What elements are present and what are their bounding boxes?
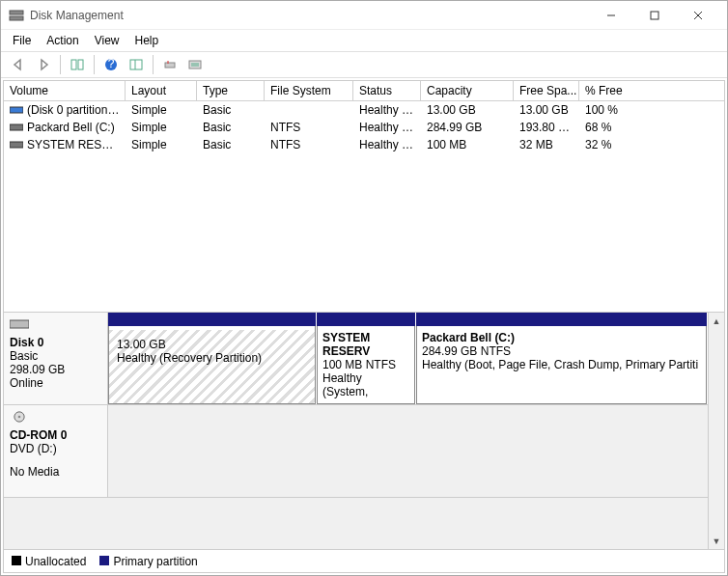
disk-info: Disk 0 Basic 298.09 GB Online <box>4 313 108 404</box>
back-button[interactable] <box>7 54 30 75</box>
table-row[interactable]: SYSTEM RESERVEDSimpleBasicNTFSHealthy (S… <box>4 136 724 153</box>
menubar: File Action View Help <box>1 30 727 51</box>
col-volume[interactable]: Volume <box>4 81 126 100</box>
svg-rect-0 <box>10 11 23 14</box>
partition-size: 13.00 GB <box>117 338 307 351</box>
properties-icon[interactable] <box>183 54 207 75</box>
disk-icon <box>10 318 29 330</box>
volume-icon <box>10 104 23 114</box>
svg-rect-10 <box>130 60 142 69</box>
maximize-button[interactable] <box>632 2 676 29</box>
col-layout[interactable]: Layout <box>126 81 197 100</box>
partition-desc: Healthy (Boot, Page File, Crash Dump, Pr… <box>422 358 701 371</box>
legend-unallocated: Unallocated <box>12 555 86 568</box>
volume-icon <box>10 122 23 131</box>
toolbar: ? <box>1 51 727 78</box>
table-row[interactable]: (Disk 0 partition 1)SimpleBasicHealthy (… <box>4 101 724 119</box>
table-row[interactable]: Packard Bell (C:)SimpleBasicNTFSHealthy … <box>4 119 724 136</box>
table-header: Volume Layout Type File System Status Ca… <box>4 81 724 101</box>
toolbar-list-icon[interactable] <box>125 54 148 75</box>
svg-rect-19 <box>10 320 29 328</box>
table-body[interactable]: (Disk 0 partition 1)SimpleBasicHealthy (… <box>4 101 724 312</box>
svg-rect-7 <box>78 60 83 69</box>
disk-state: Online <box>10 376 101 390</box>
col-status[interactable]: Status <box>353 81 421 100</box>
app-icon <box>9 8 24 23</box>
window-title: Disk Management <box>30 9 589 22</box>
svg-rect-18 <box>10 142 23 148</box>
col-type[interactable]: Type <box>197 81 265 100</box>
col-filesystem[interactable]: File System <box>265 81 353 100</box>
refresh-icon[interactable] <box>158 54 182 75</box>
minimize-button[interactable] <box>589 2 632 29</box>
legend-primary: Primary partition <box>99 555 197 568</box>
partition-sub: 100 MB NTFS <box>322 358 409 371</box>
disk-label: Disk 0 <box>10 336 43 349</box>
col-capacity[interactable]: Capacity <box>421 81 514 100</box>
legend: Unallocated Primary partition <box>4 549 724 572</box>
col-free[interactable]: Free Spa... <box>514 81 579 100</box>
volume-icon <box>10 139 23 149</box>
disk-type: Basic <box>10 349 101 363</box>
partition-name: SYSTEM RESERV <box>322 331 409 358</box>
disk-size: 298.09 GB <box>10 363 101 376</box>
partition-main[interactable]: Packard Bell (C:) 284.99 GB NTFS Healthy… <box>416 313 707 404</box>
cdrom-sub: DVD (D:) <box>10 442 101 455</box>
cdrom-state: No Media <box>10 465 101 479</box>
partition-name: Packard Bell (C:) <box>422 331 701 344</box>
partition-system-reserved[interactable]: SYSTEM RESERV 100 MB NTFS Healthy (Syste… <box>317 313 415 404</box>
toolbar-layout-icon[interactable] <box>66 54 89 75</box>
vertical-scrollbar[interactable]: ▲ ▼ <box>708 313 724 549</box>
partition-desc: Healthy (System, <box>322 371 409 398</box>
scroll-up-icon[interactable]: ▲ <box>709 313 724 329</box>
svg-rect-6 <box>71 60 76 69</box>
partition-desc: Healthy (Recovery Partition) <box>117 351 307 365</box>
svg-rect-3 <box>651 12 658 19</box>
svg-rect-1 <box>10 16 23 20</box>
svg-rect-13 <box>189 61 201 69</box>
col-pct[interactable]: % Free <box>579 81 724 100</box>
titlebar: Disk Management <box>1 1 727 30</box>
volume-list-pane: Volume Layout Type File System Status Ca… <box>4 81 724 313</box>
menu-file[interactable]: File <box>5 32 39 49</box>
svg-rect-12 <box>165 63 175 68</box>
help-icon[interactable]: ? <box>99 54 123 75</box>
disk-info: CD-ROM 0 DVD (D:) No Media <box>4 405 108 497</box>
cdrom-icon <box>10 411 29 423</box>
svg-point-21 <box>18 416 21 419</box>
close-button[interactable] <box>676 2 719 29</box>
disk-row-cdrom[interactable]: CD-ROM 0 DVD (D:) No Media <box>4 405 708 498</box>
partition-recovery[interactable]: 13.00 GB Healthy (Recovery Partition) <box>108 313 316 404</box>
disk-map-pane: Disk 0 Basic 298.09 GB Online 13.00 GB H… <box>4 313 724 549</box>
forward-button[interactable] <box>32 54 55 75</box>
menu-action[interactable]: Action <box>39 32 86 49</box>
disk-row-disk0[interactable]: Disk 0 Basic 298.09 GB Online 13.00 GB H… <box>4 313 708 405</box>
partition-sub: 284.99 GB NTFS <box>422 344 701 358</box>
menu-view[interactable]: View <box>87 32 127 49</box>
menu-help[interactable]: Help <box>127 32 167 49</box>
svg-rect-16 <box>10 107 23 113</box>
svg-rect-17 <box>10 124 23 130</box>
scroll-down-icon[interactable]: ▼ <box>709 533 724 549</box>
cdrom-label: CD-ROM 0 <box>10 428 67 442</box>
svg-text:?: ? <box>108 57 115 70</box>
